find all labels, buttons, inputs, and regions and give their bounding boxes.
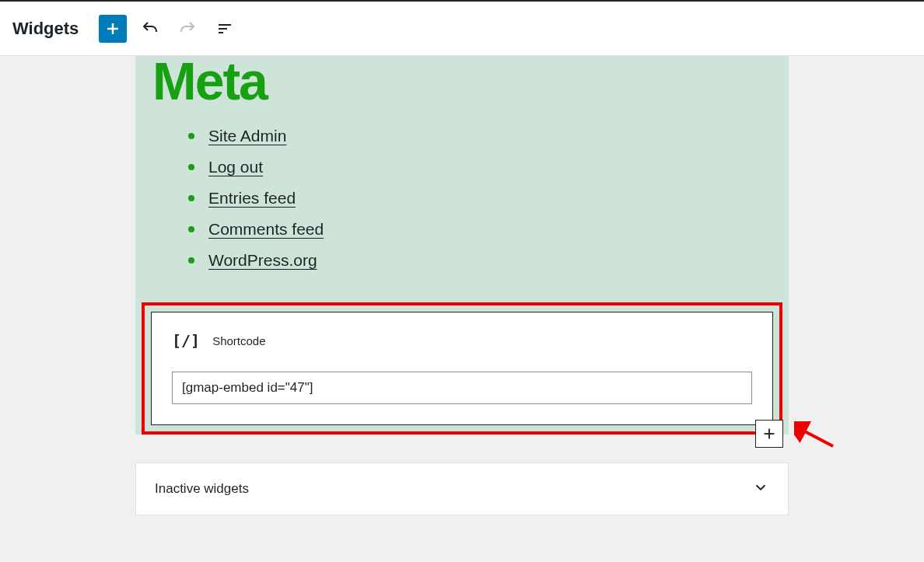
meta-widget-heading[interactable]: Meta [135,56,789,105]
meta-link-site-admin[interactable]: Site Admin [208,127,286,145]
shortcode-block[interactable]: [/] Shortcode [151,312,773,425]
page-title: Widgets [12,19,79,39]
list-view-icon [215,19,234,38]
inactive-widgets-panel[interactable]: Inactive widgets [135,463,789,515]
add-block-inline-button[interactable] [755,420,783,448]
undo-icon [141,19,159,38]
editor-toolbar: Widgets [0,2,924,56]
plus-icon [761,425,778,442]
arrow-icon [794,421,837,452]
redo-button [173,15,201,43]
editor-content-area: Meta Site Admin Log out Entries feed Com… [0,56,924,562]
shortcode-input[interactable] [172,372,752,404]
meta-links-list: Site Admin Log out Entries feed Comments… [135,105,789,290]
list-view-button[interactable] [211,15,239,43]
meta-link-log-out[interactable]: Log out [208,158,263,176]
annotation-arrow [794,421,837,456]
meta-link-entries-feed[interactable]: Entries feed [208,189,296,208]
undo-button[interactable] [136,15,164,43]
widget-area: Meta Site Admin Log out Entries feed Com… [135,56,789,435]
shortcode-icon: [/] [172,331,200,350]
list-item: Log out [188,158,789,176]
chevron-down-icon [752,479,769,499]
list-item: Comments feed [188,220,789,239]
plus-icon [103,19,122,38]
shortcode-block-label: Shortcode [212,334,265,347]
meta-link-wordpress-org[interactable]: WordPress.org [208,251,317,270]
shortcode-highlight-box: [/] Shortcode [142,302,782,435]
list-item: WordPress.org [188,251,789,270]
svg-line-8 [800,429,833,446]
shortcode-block-header: [/] Shortcode [172,331,752,350]
list-item: Site Admin [188,127,789,145]
list-item: Entries feed [188,189,789,208]
inactive-widgets-label: Inactive widgets [155,481,249,497]
add-block-button[interactable] [99,15,127,43]
redo-icon [178,19,197,38]
meta-link-comments-feed[interactable]: Comments feed [208,220,324,239]
